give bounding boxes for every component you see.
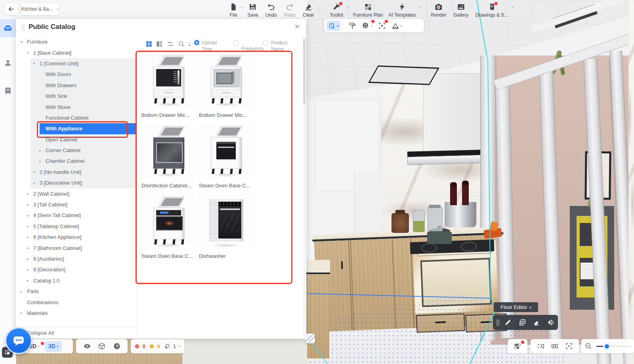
tree-item-open-cabinet[interactable]: Open Cabinet [16, 134, 137, 145]
topbar-gallery-button[interactable]: Gallery [453, 3, 468, 18]
sort-option-frequency[interactable]: Frequency [233, 40, 264, 52]
floor-editor-button[interactable]: Floor Editor › [494, 302, 538, 312]
sort-arrows-icon[interactable] [187, 40, 192, 48]
replace-product-tool[interactable]: ▾ [359, 21, 375, 31]
topbar-undo-button[interactable]: Undo [265, 3, 277, 18]
camframe-icon[interactable] [537, 342, 545, 350]
caret-right-icon[interactable]: ▸ [21, 311, 23, 315]
chat-bubble-button[interactable] [5, 327, 32, 354]
tree-item-catalog-1-0[interactable]: ▸Catalog 1.0 [16, 275, 137, 286]
annotate-select-tool[interactable]: ▾ [327, 21, 340, 31]
collapse-all-button[interactable]: Collapse All [16, 327, 137, 339]
zoom-out-icon[interactable] [584, 342, 592, 350]
marquee-select-tool[interactable] [375, 21, 389, 31]
tree-item-with-drawers[interactable]: With Drawers [16, 80, 137, 91]
filter-icon[interactable] [167, 40, 174, 48]
caret-right-icon[interactable]: ▸ [27, 278, 29, 282]
product-card-bottom-drawer-mic-1[interactable]: Bottom Drawer Mic... [199, 53, 253, 118]
tree-item-furniture[interactable]: ▾Furniture [16, 36, 137, 47]
topbar-save-button[interactable]: Save [247, 3, 258, 18]
flip-floor-button[interactable] [544, 315, 558, 330]
panel-resize-grip[interactable] [305, 334, 315, 343]
drag-handle-icon[interactable] [21, 24, 25, 30]
tree-item-with-appliance[interactable]: With Appliance [40, 123, 137, 134]
gauge-icon[interactable] [113, 342, 121, 350]
sort-option-upload-time[interactable]: Upload Time [194, 40, 225, 52]
caret-right-icon[interactable]: ▸ [27, 268, 29, 272]
camgear-icon[interactable] [551, 342, 559, 350]
tree-item-2-no-handle-unit[interactable]: ▸2 [No-handle Unit] [16, 167, 137, 177]
erase-floor-button[interactable] [529, 315, 544, 330]
measure-tool-tool[interactable]: ▾ [389, 21, 405, 31]
drag-handle-icon[interactable] [496, 319, 500, 326]
search-icon[interactable] [178, 40, 185, 48]
caret-down-icon[interactable]: ▾ [27, 51, 29, 55]
topbar-redo-button[interactable]: Redo [284, 3, 296, 18]
topbar-ai-templates-button[interactable]: AI Templates▾ [388, 3, 416, 18]
tree-item-functional-cabinet[interactable]: Functional Cabinet [16, 112, 137, 123]
caret-right-icon[interactable]: ▸ [21, 289, 23, 293]
sort-option-product-name[interactable]: Product Name [263, 40, 294, 52]
paint-format-tool[interactable] [346, 21, 359, 31]
product-card-disinfection-cabinet-2[interactable]: Disinfection Cabinet... [141, 123, 196, 189]
tree-item-combinations[interactable]: Combinations [16, 297, 137, 307]
mode-3d-button[interactable]: 3D▾ [45, 341, 62, 352]
caret-right-icon[interactable]: ▸ [27, 235, 29, 239]
caret-right-icon[interactable]: ▸ [27, 224, 29, 228]
tree-item-2-wall-cabinet[interactable]: ▸2 [Wall Cabinet] [16, 188, 137, 199]
zoom-slider-handle[interactable] [604, 343, 610, 349]
caret-right-icon[interactable]: ▸ [33, 181, 35, 185]
project-selector[interactable]: Kitchen & Ba... ▾ [21, 3, 59, 15]
tree-item-6-kitchen-appliance[interactable]: ▸6 [Kitchen Appliance] [16, 232, 137, 242]
caret-down-icon[interactable]: ▾ [33, 61, 35, 65]
cube-icon[interactable] [98, 342, 106, 350]
tree-item-3-decorative-unit[interactable]: ▸3 [Decorative Unit] [16, 177, 137, 188]
warning-icon[interactable] [149, 343, 154, 350]
tree-item-1-common-unit[interactable]: ▾1 [Common Unit] [16, 58, 137, 69]
caret-right-icon[interactable]: ▸ [39, 148, 41, 152]
caret-right-icon[interactable]: ▸ [33, 170, 35, 174]
sidebar-item-custom-cabinet[interactable] [0, 82, 16, 100]
list-view-icon[interactable] [156, 40, 163, 48]
tree-item-9-decoration[interactable]: ▸9 [Decoration] [16, 264, 137, 275]
radio-icon[interactable] [263, 40, 269, 46]
tree-item-with-doors[interactable]: With Doors [16, 69, 137, 80]
tree-item-materials[interactable]: ▸Materials [16, 308, 137, 318]
tree-item-chamfer-cabinet[interactable]: ▸Chamfer Cabinet [16, 156, 137, 166]
topbar-furniture-plan-button[interactable]: Furniture Plan [353, 3, 383, 18]
caret-right-icon[interactable]: ▸ [27, 192, 29, 196]
caret-right-icon[interactable]: ▸ [27, 257, 29, 261]
sidebar-item-public-catalog[interactable] [0, 19, 16, 37]
topbar-toolkit-button[interactable]: Toolkit▾ [330, 3, 343, 18]
eye-icon[interactable] [83, 342, 91, 350]
topbar-render-button[interactable]: Render [431, 3, 446, 18]
tree-item-1-base-cabinet[interactable]: ▾1 [Base Cabinet] [16, 47, 137, 58]
tree-item-with-stove[interactable]: With Stove [16, 101, 137, 112]
add-floor-button[interactable] [515, 315, 529, 330]
topbar-clear-button[interactable]: Clear [303, 3, 314, 18]
tree-item-8-auxiliaries[interactable]: ▸8 [Auxiliaries] [16, 253, 137, 264]
sidebar-item-my-library[interactable] [0, 54, 16, 72]
topbar-file-button[interactable]: File▾ [229, 3, 238, 18]
topbar-drawings-button[interactable]: Drawings & S...▾ [476, 3, 508, 18]
caret-right-icon[interactable]: ▸ [39, 159, 41, 163]
caret-right-icon[interactable]: ▸ [27, 213, 29, 217]
tree-item-corner-cabinet[interactable]: ▸Corner Cabinet [16, 145, 137, 156]
panel-scrollbar[interactable] [303, 36, 306, 337]
grid-view-icon[interactable] [145, 40, 153, 48]
draw-floor-button[interactable] [501, 315, 516, 330]
radio-icon[interactable] [233, 40, 239, 46]
caret-down-icon[interactable]: ▾ [21, 40, 23, 44]
tree-item-3-tall-cabinet[interactable]: ▸3 [Tall Cabinet] [16, 199, 137, 210]
product-card-bottom-drawer-mic-0[interactable]: Bottom Drawer Mic... [141, 53, 196, 118]
tree-item-7-bathroom-cabinet[interactable]: ▸7 [Bathroom Cabinet] [16, 242, 137, 253]
tree-item-5-tabletop-cabinet[interactable]: ▸5 [Tabletop Cabinet] [16, 221, 137, 232]
error-icon[interactable] [135, 343, 139, 350]
back-button[interactable] [5, 3, 18, 15]
tree-item-4-semi-tall-cabinet[interactable]: ▸4 [Semi-Tall Cabinet] [16, 210, 137, 221]
focus-icon[interactable] [565, 342, 573, 350]
display-settings-button[interactable] [508, 339, 527, 353]
caret-right-icon[interactable]: ▸ [27, 246, 29, 250]
product-card-dishwasher-5[interactable]: Dishwasher [199, 194, 253, 259]
product-card-steam-oven-base-c-4[interactable]: Steam Oven Base C... [141, 194, 196, 259]
